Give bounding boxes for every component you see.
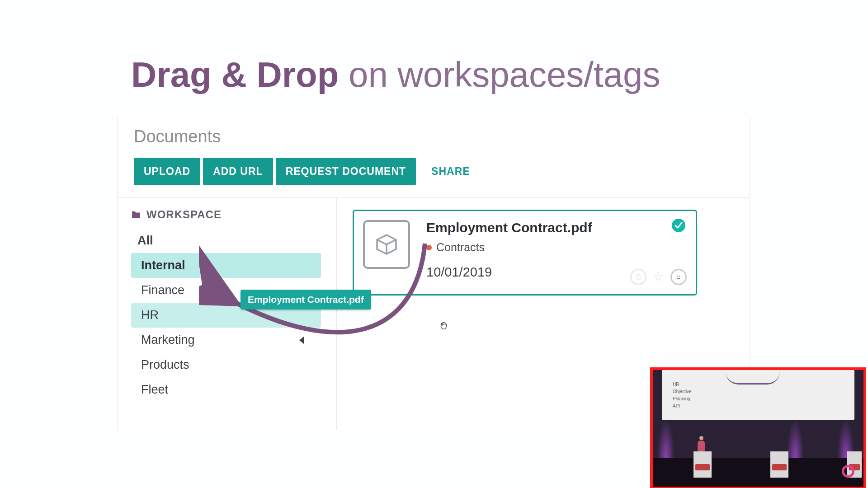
tag-dot-icon bbox=[426, 245, 432, 250]
sidebar-item-hr[interactable]: HR bbox=[131, 303, 321, 328]
sidebar-item-internal[interactable]: Internal bbox=[131, 253, 321, 278]
document-title: Employment Contract.pdf bbox=[426, 220, 683, 235]
pip-stage-floor bbox=[653, 458, 863, 487]
pip-podium bbox=[770, 451, 788, 478]
document-thumbnail bbox=[363, 220, 410, 269]
sidebar-item-products[interactable]: Products bbox=[131, 352, 321, 377]
pip-projected-screen: HR Objective Planning API bbox=[662, 370, 854, 420]
svg-point-0 bbox=[672, 219, 685, 232]
pip-annotation-curve bbox=[726, 372, 780, 385]
pip-stage-light bbox=[787, 419, 804, 460]
svg-point-2 bbox=[677, 276, 678, 277]
document-tag-label: Contracts bbox=[436, 241, 485, 254]
document-selected-check[interactable] bbox=[671, 218, 686, 235]
sidebar-item-marketing[interactable]: Marketing bbox=[131, 328, 321, 352]
slide-title-rest: on workspaces/tags bbox=[339, 55, 660, 94]
svg-point-3 bbox=[679, 276, 680, 277]
check-circle-icon bbox=[671, 218, 686, 233]
sidebar-item-all[interactable]: All bbox=[131, 228, 321, 253]
pip-stage-light bbox=[657, 419, 675, 460]
upload-button[interactable]: UPLOAD bbox=[134, 158, 200, 185]
workspace-header-label: WORKSPACE bbox=[146, 208, 222, 221]
pip-ring-icon bbox=[842, 465, 854, 478]
document-actions: ☆ bbox=[630, 269, 687, 285]
slide-title-bold: Drag & Drop bbox=[131, 55, 339, 94]
share-link[interactable]: SHARE bbox=[431, 165, 470, 178]
toolbar-divider bbox=[118, 197, 750, 198]
workspace-sidebar: WORKSPACE All Internal Finance HR Market… bbox=[118, 198, 337, 430]
pip-screen-line: Planning bbox=[673, 395, 847, 403]
sidebar-item-fleet[interactable]: Fleet bbox=[131, 377, 321, 402]
speaker-camera-pip: HR Objective Planning API bbox=[650, 367, 866, 488]
toolbar: UPLOAD ADD URL REQUEST DOCUMENT SHARE bbox=[134, 158, 470, 185]
pip-screen-line: API bbox=[673, 403, 847, 410]
workspace-header[interactable]: WORKSPACE bbox=[131, 208, 336, 221]
section-heading: Documents bbox=[134, 127, 221, 146]
pip-speaker-figure bbox=[697, 436, 705, 451]
smiley-icon[interactable] bbox=[670, 269, 687, 285]
pip-podium bbox=[693, 451, 712, 478]
folder-icon bbox=[131, 211, 141, 219]
caret-left-icon bbox=[299, 337, 304, 344]
star-icon[interactable]: ☆ bbox=[653, 271, 664, 283]
request-document-button[interactable]: REQUEST DOCUMENT bbox=[276, 158, 416, 185]
grab-cursor-icon bbox=[439, 320, 448, 333]
document-card[interactable]: Employment Contract.pdf Contracts 10/01/… bbox=[353, 210, 697, 296]
pip-screen-line: Objective bbox=[673, 388, 847, 395]
sidebar-item-label: Marketing bbox=[141, 333, 195, 347]
box-icon bbox=[374, 232, 399, 257]
slide-title: Drag & Drop on workspaces/tags bbox=[131, 54, 660, 95]
document-tag[interactable]: Contracts bbox=[426, 241, 683, 254]
sidebar-item-finance[interactable]: Finance bbox=[131, 278, 321, 303]
add-url-button[interactable]: ADD URL bbox=[203, 158, 273, 185]
clock-icon[interactable] bbox=[630, 269, 646, 285]
